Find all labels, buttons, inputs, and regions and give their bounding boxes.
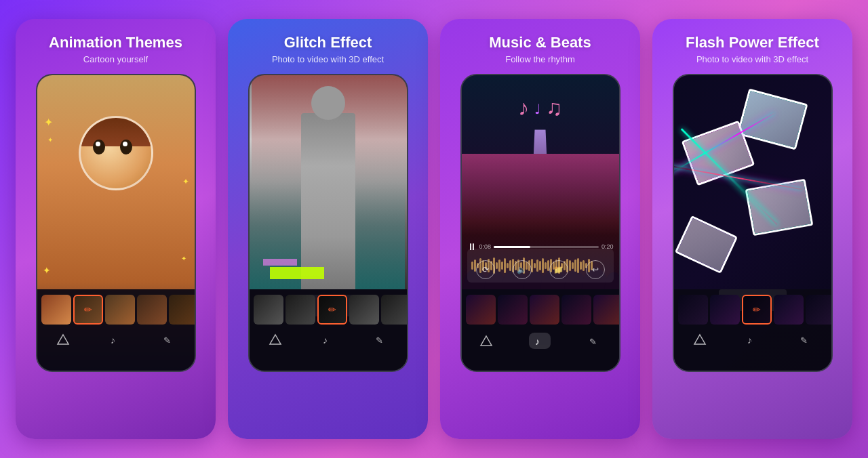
card-title-1: Animation Themes <box>49 34 182 51</box>
star-5: ✦ <box>181 255 186 262</box>
person-head <box>311 86 345 120</box>
progress-fill <box>494 246 530 248</box>
left-eye <box>93 140 105 154</box>
control-bar-3: ⟳ 🔈 📁 ↩ <box>467 260 614 279</box>
star-1: ✦ <box>44 116 53 129</box>
card-flash-power: Flash Power Effect Photo to video with 3… <box>652 19 852 439</box>
ctrl-icon-2[interactable]: 🔈 <box>513 260 532 279</box>
icon-bar-music-4[interactable]: ♪ <box>745 333 759 346</box>
thumb-2-2[interactable] <box>285 295 315 325</box>
thumb-3-3[interactable] <box>530 295 559 325</box>
progress-bar[interactable] <box>494 246 599 248</box>
thumbnail-bar-3: ♪ ✎ <box>462 289 619 371</box>
right-eye <box>120 140 132 154</box>
thumb-2-1[interactable] <box>254 295 283 325</box>
icon-bar-edit-4[interactable]: ✎ <box>798 333 812 346</box>
thumb-2-4[interactable] <box>349 295 379 325</box>
thumbnail-row-2: ✏ <box>250 289 407 327</box>
photo-card-3 <box>745 179 813 236</box>
icon-bar-4: ♪ ✎ <box>674 327 831 354</box>
music-note-2: ♩ <box>534 101 540 121</box>
card-subtitle-4: Photo to video with 3D effect <box>696 54 808 64</box>
card-title-3: Music & Beats <box>489 34 591 51</box>
phone-mockup-3: ♪ ♩ ♫ <box>460 74 620 372</box>
glitch-bg: ✏ ♪ ✎ <box>250 75 407 371</box>
svg-marker-0 <box>58 335 68 344</box>
star-4: ✦ <box>43 265 51 276</box>
thumbnail-bar-1: ✏ ♪ <box>37 289 195 371</box>
phone-mockup-2: ✏ ♪ ✎ <box>248 74 408 372</box>
thumb-2-5[interactable] <box>381 295 407 325</box>
thumb-3-1[interactable] <box>466 295 496 325</box>
thumb-4-1[interactable] <box>678 295 708 325</box>
thumb-3-4[interactable] <box>561 295 591 325</box>
card-title-4: Flash Power Effect <box>686 34 819 51</box>
svg-marker-17 <box>694 335 705 344</box>
icon-bar-triangle-3[interactable] <box>479 334 493 348</box>
thumb-item-5[interactable] <box>169 295 195 325</box>
person-body <box>301 113 355 289</box>
icon-bar-triangle-1[interactable] <box>56 333 70 346</box>
stage-light <box>462 154 619 235</box>
svg-text:✎: ✎ <box>589 337 597 347</box>
thumb-4-3[interactable]: ✏ <box>742 295 772 325</box>
svg-text:♪: ♪ <box>111 335 115 346</box>
thumb-pencil-icon: ✏ <box>75 296 102 323</box>
cartoon-face <box>79 116 153 190</box>
thumbnail-bar-4: ✏ ♪ ✎ <box>674 289 831 371</box>
card-subtitle-3: Follow the rhythm <box>505 54 575 64</box>
icon-bar-2: ♪ ✎ <box>250 327 407 354</box>
glitch-person-area <box>250 75 407 289</box>
flash-bg: ✏ ♪ ✎ <box>674 75 831 371</box>
icon-bar-edit-1[interactable]: ✎ <box>161 333 175 346</box>
thumbnail-bar-2: ✏ ♪ ✎ <box>250 289 407 371</box>
thumbnail-row-4: ✏ <box>674 289 831 327</box>
svg-text:✎: ✎ <box>163 335 171 346</box>
icon-bar-triangle-2[interactable] <box>269 333 282 346</box>
svg-text:✎: ✎ <box>800 335 808 346</box>
music-notes: ♪ ♩ ♫ <box>518 96 562 121</box>
ctrl-icon-4[interactable]: ↩ <box>586 260 605 279</box>
icon-bar-music-2[interactable]: ♪ <box>321 333 334 346</box>
thumb-3-2[interactable] <box>498 295 528 325</box>
music-note-3: ♫ <box>546 96 562 121</box>
music-bg: ♪ ♩ ♫ <box>462 75 619 371</box>
thumb-item-1[interactable] <box>41 295 71 325</box>
thumb-2-3[interactable]: ✏ <box>317 295 347 325</box>
card-title-2: Glitch Effect <box>284 34 372 51</box>
photo-card-4 <box>674 215 737 274</box>
card-animation-themes: Animation Themes Cartoon yourself ✦ ✦ ✦ … <box>16 19 216 439</box>
thumbnail-row-3 <box>462 289 619 327</box>
card-glitch-effect: Glitch Effect Photo to video with 3D eff… <box>228 19 428 439</box>
thumbnail-row-1: ✏ <box>37 289 195 327</box>
thumb-item-2[interactable]: ✏ <box>73 295 103 325</box>
phone-mockup-1: ✦ ✦ ✦ ✦ ✦ <box>36 74 196 372</box>
ctrl-icon-1[interactable]: ⟳ <box>476 260 495 279</box>
glitch-color-block-1 <box>270 267 324 279</box>
thumb-item-3[interactable] <box>105 295 135 325</box>
thumb-item-4[interactable] <box>137 295 167 325</box>
ctrl-icon-3[interactable]: 📁 <box>549 260 568 279</box>
phone-screen-3: ♪ ♩ ♫ <box>462 75 619 371</box>
icon-bar-music-1[interactable]: ♪ <box>108 333 122 346</box>
icon-bar-edit-3[interactable]: ✎ <box>587 334 601 348</box>
thumb-pencil-2: ✏ <box>319 296 346 323</box>
star-2: ✦ <box>47 136 53 144</box>
phone-mockup-4: ✏ ♪ ✎ <box>673 74 833 372</box>
card-subtitle-2: Photo to video with 3D effect <box>272 54 384 64</box>
svg-text:♪: ♪ <box>323 335 328 346</box>
photo-card-1 <box>736 89 808 150</box>
icon-bar-music-3[interactable]: ♪ <box>529 333 551 349</box>
thumb-4-5[interactable] <box>806 295 831 325</box>
card-subtitle-1: Cartoon yourself <box>83 54 148 64</box>
thumb-3-5[interactable] <box>593 295 619 325</box>
phone-screen-4: ✏ ♪ ✎ <box>674 75 831 371</box>
svg-text:♪: ♪ <box>747 335 752 346</box>
thumb-4-2[interactable] <box>710 295 740 325</box>
cartoon-eyes <box>93 140 132 154</box>
icon-bar-triangle-4[interactable] <box>693 333 707 346</box>
icon-bar-edit-2[interactable]: ✎ <box>374 333 387 346</box>
svg-text:♪: ♪ <box>535 336 540 347</box>
svg-marker-14 <box>481 336 492 346</box>
thumb-4-4[interactable] <box>774 295 804 325</box>
